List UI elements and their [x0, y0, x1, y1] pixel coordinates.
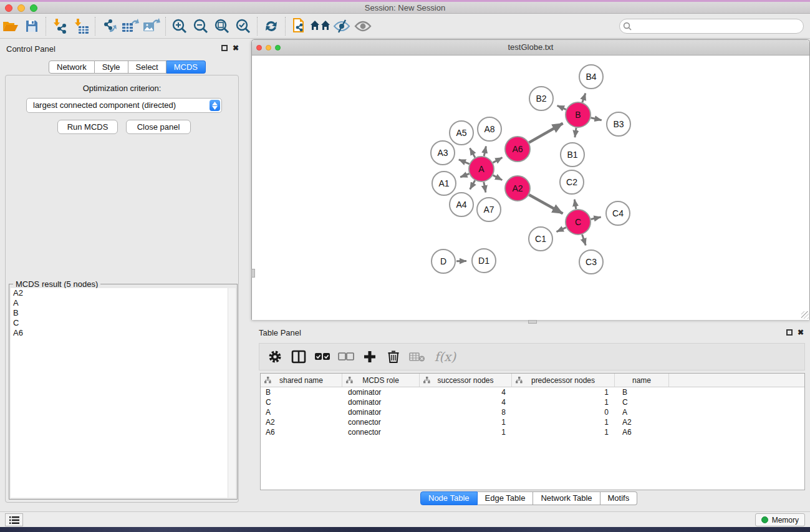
node-A2[interactable]: A2: [505, 176, 530, 201]
run-mcds-button[interactable]: Run MCDS: [57, 120, 118, 134]
create-column-plus-icon[interactable]: [360, 347, 379, 366]
node-B3[interactable]: B3: [607, 112, 630, 136]
tab-network[interactable]: Network: [49, 60, 95, 74]
column-header-shared-name[interactable]: shared name: [261, 374, 342, 387]
tab-edge-table[interactable]: Edge Table: [478, 491, 534, 505]
node-A1[interactable]: A1: [432, 172, 456, 195]
unselect-all-checkboxes-icon[interactable]: [337, 347, 355, 366]
tab-mcds[interactable]: MCDS: [166, 60, 206, 74]
export-network-icon[interactable]: [99, 16, 120, 36]
node-B1[interactable]: B1: [561, 143, 584, 167]
memory-button[interactable]: Memory: [755, 513, 805, 526]
column-header-predecessor-nodes[interactable]: predecessor nodes: [512, 374, 615, 387]
float-table-panel-icon[interactable]: [786, 329, 793, 336]
node-A5[interactable]: A5: [450, 121, 473, 145]
close-panel-icon[interactable]: ✖: [233, 45, 239, 51]
column-header-mcds-role[interactable]: MCDS role: [342, 374, 420, 387]
table-row[interactable]: A6connector11A6: [261, 427, 804, 437]
zoom-selected-icon[interactable]: [233, 16, 254, 36]
edge-B-B1[interactable]: [575, 128, 576, 137]
table-row[interactable]: Cdominator41C: [261, 397, 804, 407]
node-B4[interactable]: B4: [579, 65, 603, 89]
task-history-button[interactable]: [5, 513, 23, 526]
window-resize-handle[interactable]: [801, 311, 809, 319]
node-A3[interactable]: A3: [431, 141, 455, 165]
node-C1[interactable]: C1: [529, 227, 552, 251]
tab-style[interactable]: Style: [95, 60, 128, 74]
network-window-titlebar[interactable]: testGlobe.txt: [252, 40, 809, 56]
close-table-panel-icon[interactable]: ✖: [798, 329, 804, 336]
tab-node-table[interactable]: Node Table: [420, 491, 478, 505]
edge-C-C3[interactable]: [582, 235, 586, 245]
tab-motifs[interactable]: Motifs: [600, 491, 638, 505]
edge-B-B4[interactable]: [582, 93, 586, 102]
node-A4[interactable]: A4: [450, 193, 473, 216]
table-row[interactable]: Bdominator41B: [261, 387, 804, 397]
edge-A2-C[interactable]: [529, 195, 562, 213]
save-icon[interactable]: [21, 16, 42, 36]
node-B2[interactable]: B2: [529, 87, 553, 110]
node-A6[interactable]: A6: [505, 137, 530, 162]
mcds-result-item[interactable]: A: [11, 298, 236, 308]
import-network-icon[interactable]: [49, 16, 70, 36]
node-A8[interactable]: A8: [478, 117, 501, 141]
close-panel-button[interactable]: Close panel: [126, 120, 191, 134]
export-table-icon[interactable]: [120, 16, 141, 36]
home-pair-icon[interactable]: [310, 16, 331, 36]
bottom-splitter-handle[interactable]: [528, 320, 537, 324]
refresh-icon[interactable]: [261, 16, 282, 36]
node-A7[interactable]: A7: [477, 198, 501, 221]
node-B[interactable]: B: [566, 102, 591, 127]
node-D1[interactable]: D1: [472, 249, 496, 273]
edge-A-A8[interactable]: [484, 146, 486, 156]
table-row[interactable]: A2connector11A2: [261, 417, 804, 427]
float-panel-icon[interactable]: [221, 45, 228, 51]
select-all-checkboxes-icon[interactable]: [313, 347, 332, 366]
left-splitter-handle[interactable]: [251, 269, 255, 278]
delete-column-trash-icon[interactable]: [384, 347, 403, 366]
zoom-out-icon[interactable]: [190, 16, 211, 36]
mcds-list-scrollbar[interactable]: [228, 288, 236, 498]
tab-network-table[interactable]: Network Table: [533, 491, 600, 505]
column-header-successor-nodes[interactable]: successor nodes: [420, 374, 512, 387]
edge-A-A3[interactable]: [459, 160, 470, 164]
node-D[interactable]: D: [432, 249, 455, 273]
mcds-result-item[interactable]: A2: [11, 288, 236, 298]
tab-select[interactable]: Select: [128, 60, 166, 74]
import-table-icon[interactable]: [70, 16, 92, 36]
edge-C-C4[interactable]: [591, 217, 601, 220]
node-A[interactable]: A: [469, 157, 494, 181]
node-C[interactable]: C: [566, 210, 591, 235]
copy-network-document-icon[interactable]: [289, 16, 310, 36]
edge-A-A4[interactable]: [470, 180, 475, 189]
edge-C-C2[interactable]: [574, 200, 576, 210]
node-C2[interactable]: C2: [560, 170, 584, 194]
column-header-name[interactable]: name: [615, 374, 669, 387]
edge-A-A6[interactable]: [493, 158, 502, 163]
edge-A6-B[interactable]: [529, 123, 562, 143]
open-folder-icon[interactable]: [0, 16, 21, 36]
edge-A-A7[interactable]: [484, 182, 486, 193]
node-C4[interactable]: C4: [606, 201, 630, 225]
export-image-icon[interactable]: [141, 16, 162, 36]
mcds-result-list[interactable]: A2ABCA6: [11, 288, 236, 498]
network-canvas[interactable]: B4B2BB3A5A8A6B1A3AC2A1A2A4A7C4CC1C3DD1: [252, 56, 809, 320]
table-settings-gear-icon[interactable]: [266, 347, 284, 366]
edge-B-B3[interactable]: [591, 118, 601, 120]
edge-A-A1[interactable]: [460, 174, 469, 177]
table-row[interactable]: Adominator80A: [261, 407, 804, 417]
edge-B-B2[interactable]: [557, 105, 566, 109]
mcds-result-item[interactable]: B: [11, 308, 236, 318]
eye-icon[interactable]: [352, 16, 374, 36]
edge-C-C1[interactable]: [557, 228, 566, 232]
app-titlebar[interactable]: Session: New Session: [0, 2, 810, 14]
show-column-icon[interactable]: [289, 347, 308, 366]
mcds-result-item[interactable]: A6: [11, 328, 236, 338]
search-input[interactable]: [634, 22, 803, 31]
zoom-fit-icon[interactable]: [211, 16, 233, 36]
node-C3[interactable]: C3: [579, 250, 603, 274]
search-field[interactable]: [619, 19, 804, 34]
zoom-in-icon[interactable]: [169, 16, 190, 36]
criterion-dropdown[interactable]: largest connected component (directed): [26, 98, 222, 113]
edge-A-A5[interactable]: [470, 148, 475, 158]
